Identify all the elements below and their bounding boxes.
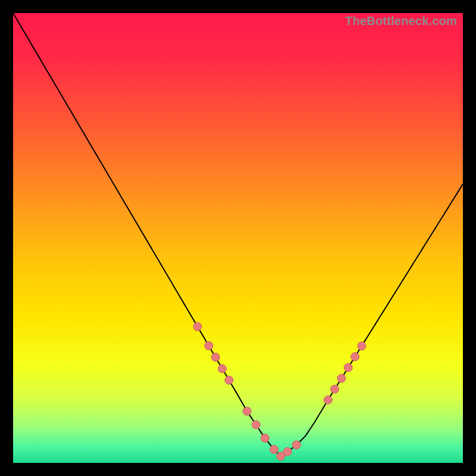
plot-area: TheBottleneck.com — [13, 13, 463, 463]
highlight-dot — [193, 322, 202, 331]
highlight-dot — [225, 376, 233, 384]
outer-black-frame: TheBottleneck.com — [0, 0, 476, 476]
watermark-text: TheBottleneck.com — [345, 14, 457, 28]
highlight-dot — [292, 441, 300, 449]
highlight-dots — [193, 322, 366, 461]
highlight-dot — [324, 396, 332, 404]
highlight-dot — [358, 342, 366, 350]
highlight-dot — [351, 353, 359, 361]
chart-overlay — [13, 13, 463, 463]
highlight-dot — [243, 407, 251, 415]
highlight-dot — [252, 421, 260, 429]
highlight-dot — [261, 434, 269, 442]
highlight-dot — [205, 342, 213, 350]
bottleneck-curve — [13, 13, 463, 456]
highlight-dot — [211, 353, 220, 361]
highlight-dot — [283, 447, 292, 456]
highlight-dot — [270, 445, 278, 453]
highlight-dot — [337, 374, 346, 383]
highlight-dot — [331, 385, 339, 393]
highlight-dot — [344, 364, 352, 372]
highlight-dot — [218, 365, 227, 373]
